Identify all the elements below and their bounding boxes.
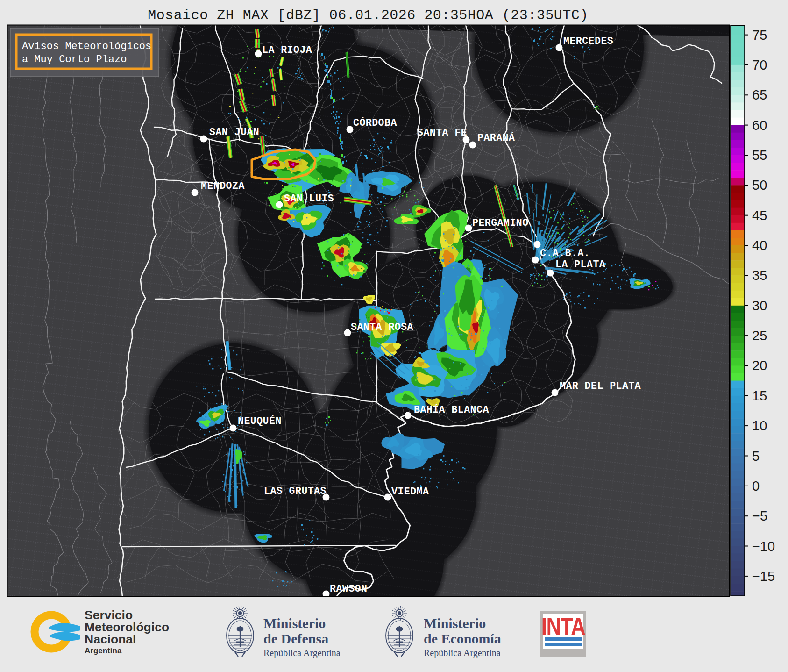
svg-text:70: 70 (752, 57, 767, 72)
svg-text:Ministerio: Ministerio (263, 615, 326, 631)
svg-text:PERGAMINO: PERGAMINO (472, 217, 529, 229)
svg-text:Ministerio: Ministerio (424, 615, 486, 631)
svg-text:SANTA FE: SANTA FE (417, 127, 467, 138)
svg-text:República Argentina: República Argentina (263, 648, 341, 658)
svg-text:BAHÍA BLANCA: BAHÍA BLANCA (414, 404, 489, 415)
svg-text:LA RIOJA: LA RIOJA (262, 44, 312, 56)
svg-text:SAN JUAN: SAN JUAN (209, 127, 259, 138)
svg-text:30: 30 (752, 298, 767, 313)
svg-text:RAWSON: RAWSON (330, 583, 367, 594)
svg-text:−15: −15 (752, 569, 775, 584)
svg-text:NEUQUÉN: NEUQUÉN (238, 415, 282, 427)
svg-text:20: 20 (752, 358, 767, 373)
svg-text:Argentina: Argentina (85, 646, 122, 655)
svg-text:40: 40 (752, 238, 767, 253)
svg-text:60: 60 (752, 118, 767, 133)
svg-text:55: 55 (752, 148, 767, 163)
svg-text:PARANÁ: PARANÁ (477, 132, 515, 143)
svg-text:−5: −5 (752, 508, 767, 523)
svg-text:C.A.B.A.: C.A.B.A. (540, 248, 590, 259)
svg-text:MERCEDES: MERCEDES (563, 36, 613, 47)
svg-text:25: 25 (752, 328, 767, 343)
svg-text:10: 10 (752, 418, 767, 433)
svg-text:Nacional: Nacional (85, 632, 136, 646)
svg-text:SAN LUIS: SAN LUIS (284, 193, 334, 204)
svg-text:de Defensa: de Defensa (263, 631, 328, 646)
svg-text:CÓRDOBA: CÓRDOBA (353, 117, 397, 129)
svg-text:15: 15 (752, 388, 767, 403)
svg-text:Avisos Meteorológicos: Avisos Meteorológicos (22, 41, 151, 52)
svg-text:MAR DEL PLATA: MAR DEL PLATA (560, 380, 641, 392)
svg-text:LA PLATA: LA PLATA (555, 259, 605, 270)
svg-text:45: 45 (752, 208, 767, 223)
svg-text:INTA: INTA (541, 612, 585, 640)
svg-text:5: 5 (752, 449, 760, 464)
svg-text:República Argentina: República Argentina (424, 648, 501, 658)
svg-text:35: 35 (752, 268, 767, 283)
svg-text:de Economía: de Economía (424, 631, 501, 646)
svg-text:50: 50 (752, 178, 767, 193)
svg-text:Mosaico ZH MAX [dBZ] 06.01.202: Mosaico ZH MAX [dBZ] 06.01.2026 20:35HOA… (148, 7, 589, 23)
svg-text:SANTA ROSA: SANTA ROSA (351, 322, 413, 333)
svg-text:75: 75 (752, 28, 767, 43)
svg-text:65: 65 (752, 87, 767, 102)
svg-text:LAS GRUTAS: LAS GRUTAS (264, 486, 327, 497)
svg-text:a Muy Corto Plazo: a Muy Corto Plazo (22, 54, 127, 65)
svg-text:−10: −10 (752, 539, 775, 554)
svg-text:VIEDMA: VIEDMA (391, 486, 429, 497)
svg-text:0: 0 (752, 479, 760, 493)
svg-text:MENDOZA: MENDOZA (201, 180, 245, 192)
